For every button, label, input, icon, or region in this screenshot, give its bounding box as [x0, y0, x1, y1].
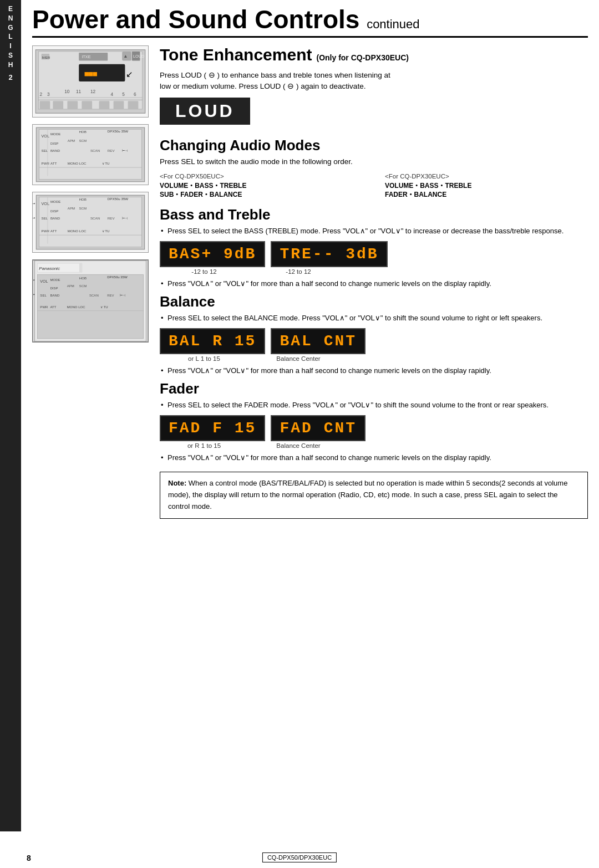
svg-text:VOL: VOL [42, 133, 49, 138]
balance-range-center: Balance Center [254, 355, 343, 362]
svg-text:⊢⊣: ⊢⊣ [120, 294, 125, 297]
tone-enhancement-header: Tone Enhancement (Only for CQ-DPX30EUC) [160, 45, 588, 67]
sidebar-letter-s: S [8, 51, 13, 60]
balance-range-text: or L 1 to 15 [188, 355, 220, 362]
treble-range-text: -12 to 12 [286, 268, 311, 275]
svg-text:SCAN: SCAN [90, 149, 100, 152]
svg-text:MONO LOC: MONO LOC [68, 161, 87, 165]
footer-model: CQ-DPX50/DPX30EUC [262, 852, 337, 862]
sidebar-letter-e: E [8, 4, 13, 14]
device-image-2: VOL MODE HOB DPX50u 35W DISP APM SCM SEL… [32, 124, 149, 185]
svg-rect-27 [114, 101, 124, 109]
svg-text:DISP: DISP [50, 287, 58, 290]
balance-heading: Balance [160, 293, 588, 310]
svg-text:VOL: VOL [40, 279, 48, 283]
right-column: Tone Enhancement (Only for CQ-DPX30EUC) … [160, 45, 588, 519]
svg-text:APM: APM [68, 206, 75, 210]
svg-text:SCM: SCM [79, 206, 87, 210]
device-svg-2: VOL MODE HOB DPX50u 35W DISP APM SCM SEL… [33, 125, 148, 185]
fader-range-row: or R 1 to 15 Balance Center [160, 442, 588, 449]
svg-text:PWR: PWR [42, 161, 50, 165]
svg-rect-25 [82, 101, 92, 109]
balance-range-row: or L 1 to 15 Balance Center [160, 355, 588, 362]
page-title: Power and Sound Controls continued [32, 6, 588, 38]
svg-text:→: → [33, 215, 36, 221]
svg-text:ATT: ATT [50, 161, 57, 165]
svg-text:BAND: BAND [50, 294, 60, 297]
svg-text:▲: ▲ [123, 53, 128, 59]
svg-text:■■■: ■■■ [85, 69, 98, 77]
mode-treble: TREBLE [220, 182, 246, 190]
fader-range-text: or R 1 to 15 [187, 442, 221, 449]
svg-rect-26 [99, 101, 110, 109]
tone-body1-text: Press LOUD ( ⊖ ) to enhance bass and tre… [160, 71, 390, 79]
mode-sub: SUB [160, 191, 174, 198]
svg-text:ATT: ATT [50, 229, 57, 233]
svg-text:4: 4 [110, 91, 113, 97]
svg-text:BAND: BAND [50, 149, 60, 152]
device-image-3: VOL MODE HOB DPX50u 35W DISP APM SCM SEL… [32, 192, 149, 253]
treble-display: TRE-- 3dB [271, 241, 387, 267]
svg-text:Panasonic: Panasonic [39, 266, 60, 271]
page-number: 8 [27, 854, 31, 862]
balance-display-cnt: BAL CNT [271, 328, 366, 354]
balance-center-text: Balance Center [276, 355, 320, 362]
balance-bullet1: Press SEL to select the BALANCE mode. Pr… [167, 313, 588, 324]
left-column: IVER ITXE ▲ LOUD ■■■ 2 3 10 11 12 [32, 45, 149, 519]
svg-text:11: 11 [76, 88, 82, 94]
svg-text:6: 6 [134, 91, 136, 97]
fader-display-f: FAD F 15 [160, 415, 265, 441]
mode-bass-2: BASS [420, 182, 438, 190]
svg-text:DISP: DISP [50, 141, 58, 145]
note-box: Note: When a control mode (BAS/TRE/BAL/F… [160, 472, 588, 518]
mode-treble-2: TREBLE [445, 182, 471, 190]
svg-text:5: 5 [122, 91, 125, 97]
svg-text:ITXE: ITXE [82, 54, 90, 59]
device-svg-1: IVER ITXE ▲ LOUD ■■■ 2 3 10 11 12 [33, 46, 148, 117]
svg-rect-28 [128, 101, 139, 109]
svg-rect-22 [39, 101, 50, 109]
main-content: Power and Sound Controls continued IVER … [27, 0, 599, 530]
modes-col-dpx30: <For CQ-DPX30EUC> VOLUME • BASS • TREBLE… [385, 173, 588, 198]
sidebar-letter-i: I [9, 42, 11, 51]
svg-text:↙: ↙ [126, 69, 133, 78]
note-text: When a control mode (BAS/TRE/BAL/FAD) is… [168, 479, 567, 510]
continued-text: continued [367, 17, 419, 31]
svg-text:PWR: PWR [40, 305, 48, 308]
svg-text:HOB: HOB [79, 197, 86, 201]
svg-text:10: 10 [64, 88, 70, 94]
svg-text:DISP: DISP [50, 209, 58, 213]
mode-fader: FADER [180, 191, 203, 198]
svg-rect-75 [79, 263, 82, 272]
bass-treble-heading: Bass and Treble [160, 206, 588, 223]
fader-display-cnt: FAD CNT [271, 415, 366, 441]
treble-range: -12 to 12 [254, 268, 343, 275]
svg-text:MODE: MODE [50, 278, 60, 282]
balance-display-r: BAL R 15 [160, 328, 265, 354]
changing-audio-modes-heading: Changing Audio Modes [160, 137, 588, 154]
modes-flow-dpx50: VOLUME • BASS • TREBLE [160, 182, 363, 190]
svg-rect-51 [39, 197, 141, 247]
svg-text:PWR: PWR [42, 229, 50, 233]
svg-text:REV: REV [107, 294, 114, 297]
svg-text:SCAN: SCAN [90, 216, 100, 220]
balance-bullet2: Press "VOL∧" or "VOL∨" for more than a h… [167, 365, 588, 376]
mode-volume: VOLUME [160, 182, 188, 190]
svg-text:HOB: HOB [79, 130, 86, 134]
modes-col-dpx50: <For CQ-DPX50EUC> VOLUME • BASS • TREBLE… [160, 173, 363, 198]
svg-text:VOL: VOL [42, 201, 49, 206]
fader-display-row: FAD F 15 FAD CNT [160, 415, 588, 441]
panasonic-svg: Panasonic VOL MODE HOB DPX50u 35W DISP A… [33, 261, 148, 341]
sidebar-letter-g: G [8, 23, 13, 33]
bass-display: BAS+ 9dB [160, 241, 265, 267]
modes-subflow-dpx30: FADER • BALANCE [385, 191, 588, 198]
sidebar-letter-l: L [8, 32, 12, 42]
sidebar: E N G L I S H 2 [0, 0, 21, 831]
svg-text:LOUD: LOUD [133, 54, 144, 59]
svg-text:2: 2 [39, 91, 42, 97]
svg-rect-23 [53, 101, 63, 109]
device-image-1: IVER ITXE ▲ LOUD ■■■ 2 3 10 11 12 [32, 45, 149, 118]
mode-volume-2: VOLUME [385, 182, 413, 190]
svg-text:3: 3 [47, 91, 50, 97]
mode-fader-2: FADER [385, 191, 408, 198]
